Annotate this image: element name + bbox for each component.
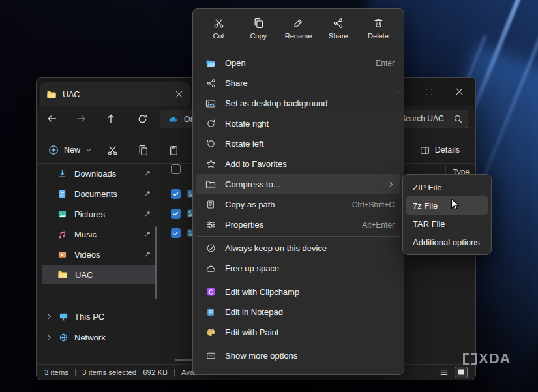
paint-icon	[205, 327, 216, 338]
command-label: Cut	[213, 32, 224, 40]
thumbnail-view-button[interactable]	[455, 367, 468, 378]
open-folder-icon	[205, 58, 216, 68]
cut-command[interactable]: Cut	[202, 15, 235, 42]
sidebar-item-label: Pictures	[74, 209, 105, 219]
onedrive-cloud-icon	[168, 114, 178, 125]
downloads-icon	[57, 169, 67, 179]
menu-item-label: Set as desktop background	[225, 98, 395, 108]
copy-command[interactable]: Copy	[242, 15, 275, 42]
details-button-label: Details	[435, 145, 460, 155]
rename-icon	[293, 18, 304, 29]
menu-item-label: Free up space	[225, 264, 395, 273]
file-checkbox[interactable]	[171, 189, 181, 199]
menu-item-share[interactable]: Share	[196, 73, 400, 93]
view-toggles	[438, 367, 468, 378]
sidebar-item-documents[interactable]: Documents	[42, 184, 157, 204]
cut-toolbar-button[interactable]	[104, 142, 120, 158]
submenu-item-label: Additional options	[413, 237, 480, 247]
menu-separator	[197, 236, 400, 237]
menu-item-compress-to[interactable]: Compress to...	[196, 174, 400, 194]
tab-close-icon[interactable]	[175, 91, 183, 98]
back-button[interactable]	[44, 111, 60, 127]
more-options-icon	[205, 351, 216, 361]
sidebar-item-label: Music	[74, 230, 97, 239]
sidebar-item-uac[interactable]: UAC	[42, 265, 157, 284]
menu-item-set-as-desktop-background[interactable]: Set as desktop background	[196, 93, 400, 113]
explorer-tab-uac[interactable]: UAC	[40, 82, 190, 106]
menu-item-label: Always keep on this device	[225, 243, 395, 253]
sidebar-item-pictures[interactable]: Pictures	[42, 204, 157, 224]
menu-item-label: Show more options	[225, 351, 395, 361]
rename-command[interactable]: Rename	[282, 15, 315, 42]
maximize-icon	[426, 89, 432, 95]
menu-item-label: Share	[225, 78, 395, 88]
submenu-item-additional-options[interactable]: Additional options	[406, 233, 488, 251]
submenu-item-7z-file[interactable]: 7z File	[406, 196, 488, 215]
copy-icon	[253, 18, 264, 29]
submenu-item-label: 7z File	[413, 201, 438, 211]
delete-command[interactable]: Delete	[362, 15, 395, 42]
menu-item-edit-with-clipchamp[interactable]: Edit with Clipchamp	[196, 282, 400, 302]
image-icon	[205, 98, 216, 109]
videos-icon	[57, 250, 67, 260]
sidebar-item-label: Downloads	[74, 169, 116, 179]
menu-item-edit-in-notepad[interactable]: Edit in Notepad	[196, 302, 400, 322]
select-all-checkbox[interactable]	[171, 164, 181, 174]
menu-item-always-keep-on-this-device[interactable]: Always keep on this device	[196, 238, 400, 258]
command-label: Rename	[285, 32, 312, 40]
menu-item-label: Edit in Notepad	[225, 307, 395, 317]
status-divider	[174, 369, 175, 376]
menu-item-edit-with-paint[interactable]: Edit with Paint	[196, 322, 400, 342]
menu-item-show-more-options[interactable]: Show more options	[196, 346, 400, 366]
share-command[interactable]: Share	[322, 15, 355, 42]
menu-item-list: Open Enter Share Set as desktop backgrou…	[193, 50, 404, 369]
pin-icon	[143, 170, 151, 177]
menu-item-rotate-left[interactable]: Rotate left	[196, 134, 400, 154]
clipchamp-icon	[205, 287, 216, 297]
refresh-button[interactable]	[134, 111, 150, 127]
paste-toolbar-button[interactable]	[166, 142, 181, 158]
sidebar-item-label: Videos	[74, 250, 100, 260]
file-checkbox[interactable]	[171, 228, 181, 238]
list-view-button[interactable]	[438, 367, 451, 378]
sidebar-item-this-pc[interactable]: This PC	[42, 307, 157, 326]
new-button[interactable]: New	[42, 140, 98, 160]
submenu-item-zip-file[interactable]: ZIP File	[406, 178, 488, 196]
copy-path-icon	[205, 200, 216, 210]
menu-item-copy-as-path[interactable]: Copy as path Ctrl+Shift+C	[196, 194, 400, 215]
close-button[interactable]	[449, 82, 471, 102]
chevron-down-icon	[85, 147, 92, 153]
submenu-item-tar-file[interactable]: TAR File	[406, 215, 488, 233]
menu-item-free-up-space[interactable]: Free up space	[196, 258, 400, 279]
sidebar-item-videos[interactable]: Videos	[42, 245, 157, 264]
menu-item-label: Rotate left	[225, 139, 395, 149]
menu-item-add-to-favorites[interactable]: Add to Favorites	[196, 154, 400, 174]
menu-separator	[197, 280, 400, 280]
menu-item-rotate-right[interactable]: Rotate right	[196, 113, 400, 134]
selection-count: 3 items selected	[82, 369, 136, 376]
context-menu: Cut Copy Rename Share Delete O	[192, 8, 404, 375]
submenu-item-label: ZIP File	[413, 183, 442, 192]
chevron-right-icon[interactable]	[46, 334, 53, 341]
documents-icon	[57, 189, 67, 199]
details-button[interactable]: Details	[413, 141, 466, 159]
search-value: Search UAC	[400, 114, 444, 123]
chevron-right-icon[interactable]	[46, 313, 53, 320]
copy-toolbar-button[interactable]	[135, 142, 151, 158]
pin-icon	[143, 190, 151, 198]
sidebar-scrollbar[interactable]	[155, 226, 157, 299]
desktop: UAC On Search	[0, 0, 538, 392]
compress-submenu: ZIP File 7z File TAR File Additional opt…	[402, 174, 492, 255]
maximize-button[interactable]	[418, 82, 440, 102]
submenu-chevron-icon	[387, 181, 395, 188]
up-button[interactable]	[103, 111, 119, 127]
tab-title: UAC	[63, 90, 170, 99]
sidebar-item-network[interactable]: Network	[42, 327, 157, 347]
sidebar-item-downloads[interactable]: Downloads	[42, 164, 157, 183]
sidebar-item-music[interactable]: Music	[42, 224, 157, 244]
menu-item-properties[interactable]: Properties Alt+Enter	[196, 215, 400, 235]
file-checkbox[interactable]	[171, 209, 181, 219]
new-button-label: New	[64, 145, 80, 155]
forward-button[interactable]	[73, 111, 89, 127]
menu-item-open[interactable]: Open Enter	[196, 53, 400, 73]
